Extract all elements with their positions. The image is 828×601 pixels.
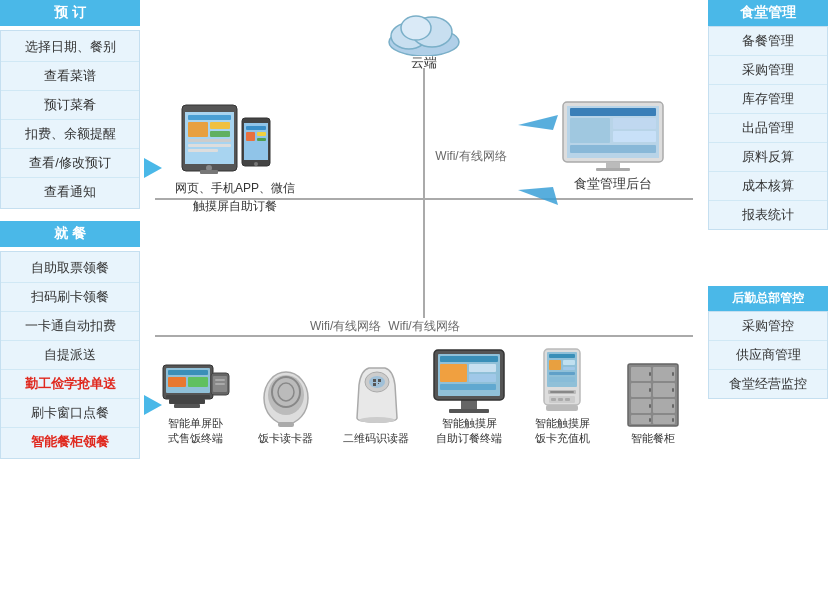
svg-rect-83 (653, 367, 675, 381)
top-right-device: 食堂管理后台 (548, 100, 678, 193)
svg-rect-62 (440, 364, 467, 382)
svg-rect-53 (378, 379, 381, 382)
svg-rect-41 (168, 377, 186, 387)
svg-rect-72 (549, 372, 575, 375)
vertical-line-top (423, 68, 425, 198)
svg-rect-40 (168, 370, 208, 375)
svg-rect-80 (546, 405, 578, 411)
dining-item-7: 智能餐柜领餐 (1, 428, 139, 456)
tablet-device-label: 网页、手机APP、微信 触摸屏自助订餐 (170, 179, 300, 215)
food-mgmt-item-6: 成本核算 (709, 172, 827, 201)
svg-rect-82 (631, 367, 651, 381)
food-mgmt-section: 食堂管理 备餐管理 采购管理 库存管理 出品管理 原料反算 成本核算 报表统计 (708, 0, 828, 230)
svg-rect-55 (378, 383, 379, 384)
food-mgmt-item-3: 库存管理 (709, 85, 827, 114)
svg-rect-97 (672, 418, 674, 422)
backend-control-section: 后勤总部管控 采购管控 供应商管理 食堂经营监控 (708, 286, 828, 399)
svg-rect-29 (606, 162, 620, 168)
device-smart-cabinet: 智能餐柜 (608, 360, 698, 446)
svg-rect-94 (649, 404, 651, 408)
svg-rect-93 (672, 388, 674, 392)
svg-rect-43 (169, 399, 205, 404)
smart-cabinet-icon (623, 360, 683, 428)
food-mgmt-item-4: 出品管理 (709, 114, 827, 143)
pre-order-item-6: 查看通知 (1, 178, 139, 206)
svg-rect-9 (210, 122, 230, 129)
svg-rect-17 (246, 126, 266, 130)
svg-rect-30 (596, 168, 630, 171)
tablet-icon (180, 100, 290, 176)
device-5-label: 智能触摸屏 饭卡充值机 (517, 416, 607, 447)
food-mgmt-item-5: 原料反算 (709, 143, 827, 172)
food-mgmt-item-7: 报表统计 (709, 201, 827, 229)
svg-rect-52 (373, 379, 376, 382)
food-mgmt-title: 食堂管理 (708, 0, 828, 26)
backend-control-item-3: 食堂经营监控 (709, 370, 827, 398)
svg-rect-54 (373, 383, 376, 386)
dining-item-2: 扫码刷卡领餐 (1, 283, 139, 312)
svg-rect-85 (653, 383, 675, 397)
dining-item-4: 自提派送 (1, 341, 139, 370)
diagonal-arrows (513, 115, 563, 208)
device-3-label: 二维码识读器 (331, 431, 421, 446)
svg-point-56 (359, 417, 395, 423)
svg-rect-8 (188, 122, 208, 137)
svg-rect-13 (188, 149, 218, 152)
svg-point-16 (254, 162, 258, 166)
svg-rect-44 (174, 404, 200, 408)
svg-rect-35 (166, 395, 210, 399)
backend-control-items: 采购管控 供应商管理 食堂经营监控 (708, 311, 828, 399)
svg-rect-63 (469, 364, 496, 372)
pre-order-item-4: 扣费、余额提醒 (1, 120, 139, 149)
vertical-line-bottom (423, 198, 425, 318)
dining-items: 自助取票领餐 扫码刷卡领餐 一卡通自动扣费 自提派送 勤工俭学抢单送 刷卡窗口点… (0, 251, 140, 459)
card-reader-icon (258, 360, 313, 428)
right-panel: 食堂管理 备餐管理 采购管理 库存管理 出品管理 原料反算 成本核算 报表统计 … (708, 0, 828, 405)
device-card-recharge: 智能触摸屏 饭卡充值机 (517, 345, 607, 447)
svg-rect-73 (549, 377, 575, 382)
pre-order-item-3: 预订菜肴 (1, 91, 139, 120)
svg-rect-84 (631, 383, 651, 397)
left-panel: 预 订 选择日期、餐别 查看菜谱 预订菜肴 扣费、余额提醒 查看/修改预订 查看… (0, 0, 140, 601)
device-1-label: 智能单屏卧 式售饭终端 (150, 416, 240, 447)
pre-order-item-5: 查看/修改预订 (1, 149, 139, 178)
svg-rect-27 (613, 131, 656, 142)
mgmt-pc-label: 食堂管理后台 (548, 175, 678, 193)
svg-rect-87 (653, 399, 675, 413)
svg-rect-24 (570, 108, 656, 116)
arrow-to-tablet (144, 158, 162, 178)
food-mgmt-item-2: 采购管理 (709, 56, 827, 85)
backend-control-item-2: 供应商管理 (709, 341, 827, 370)
svg-rect-77 (551, 398, 556, 401)
svg-rect-71 (563, 367, 575, 370)
dining-title: 就 餐 (0, 221, 140, 247)
backend-control-title: 后勤总部管控 (708, 286, 828, 311)
svg-rect-7 (188, 115, 231, 120)
card-recharge-icon (526, 345, 598, 413)
device-2-label: 饭卡读卡器 (241, 431, 331, 446)
svg-rect-78 (558, 398, 563, 401)
svg-rect-21 (200, 170, 218, 174)
dining-item-3: 一卡通自动扣费 (1, 312, 139, 341)
pos-terminal-icon (159, 345, 231, 413)
pre-order-item-1: 选择日期、餐别 (1, 33, 139, 62)
svg-rect-19 (257, 132, 266, 136)
svg-marker-32 (518, 187, 558, 205)
device-pos-terminal: 智能单屏卧 式售饭终端 (150, 345, 240, 447)
svg-rect-64 (469, 374, 496, 382)
svg-rect-70 (563, 360, 575, 365)
wifi-label-top: Wifi/有线网络 (435, 148, 506, 165)
bottom-devices-row: 智能单屏卧 式售饭终端 饭卡读卡器 (150, 345, 698, 447)
pre-order-items: 选择日期、餐别 查看菜谱 预订菜肴 扣费、余额提醒 查看/修改预订 查看通知 (0, 30, 140, 209)
svg-marker-31 (518, 115, 558, 130)
svg-rect-26 (613, 118, 656, 129)
svg-rect-20 (257, 138, 266, 141)
pre-order-section: 预 订 选择日期、餐别 查看菜谱 预订菜肴 扣费、余额提醒 查看/修改预订 查看… (0, 0, 140, 209)
svg-rect-11 (188, 139, 231, 142)
device-touch-order: 智能触摸屏 自助订餐终端 (422, 345, 517, 447)
device-6-label: 智能餐柜 (608, 431, 698, 446)
svg-rect-12 (188, 144, 231, 147)
svg-rect-58 (449, 409, 489, 413)
svg-rect-79 (565, 398, 570, 401)
pre-order-title: 预 订 (0, 0, 140, 26)
